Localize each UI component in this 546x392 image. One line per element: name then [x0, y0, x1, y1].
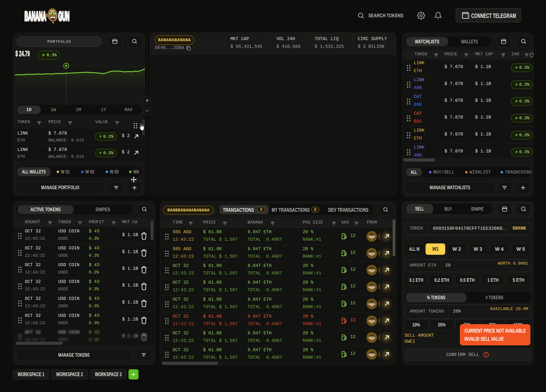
- svg-text:$: $: [52, 21, 54, 24]
- svg-text:BANANA: BANANA: [25, 9, 46, 23]
- svg-text:GUN: GUN: [58, 9, 70, 23]
- svg-text:$: $: [50, 12, 52, 16]
- svg-text:$: $: [54, 12, 56, 16]
